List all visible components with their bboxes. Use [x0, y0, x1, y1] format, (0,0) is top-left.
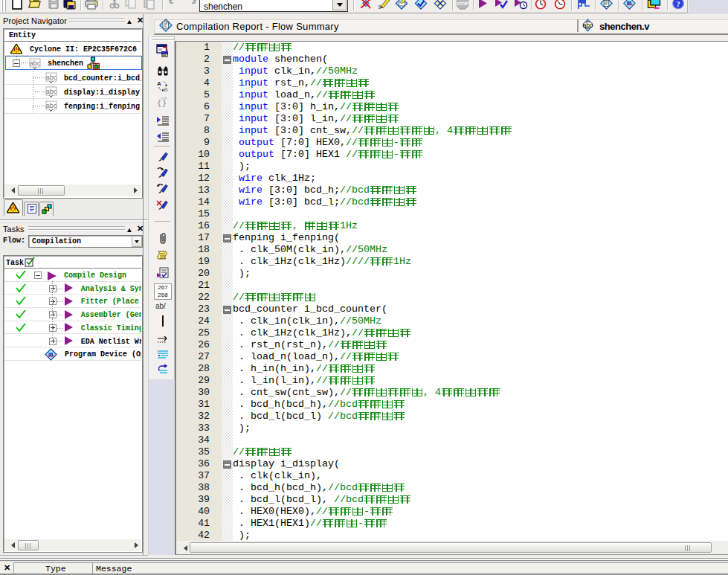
- svg-text:abc: abc: [30, 60, 41, 67]
- svg-text:abc: abc: [583, 22, 593, 29]
- svg-text:?: ?: [676, 0, 680, 8]
- svg-text:abc: abc: [46, 74, 57, 81]
- svg-text:abc: abc: [46, 88, 57, 95]
- svg-text:STOP: STOP: [457, 1, 468, 6]
- svg-text:abc: abc: [46, 102, 57, 109]
- svg-text:B: B: [164, 86, 168, 93]
- svg-text:A: A: [157, 80, 161, 87]
- svg-text:{}: {}: [157, 99, 167, 108]
